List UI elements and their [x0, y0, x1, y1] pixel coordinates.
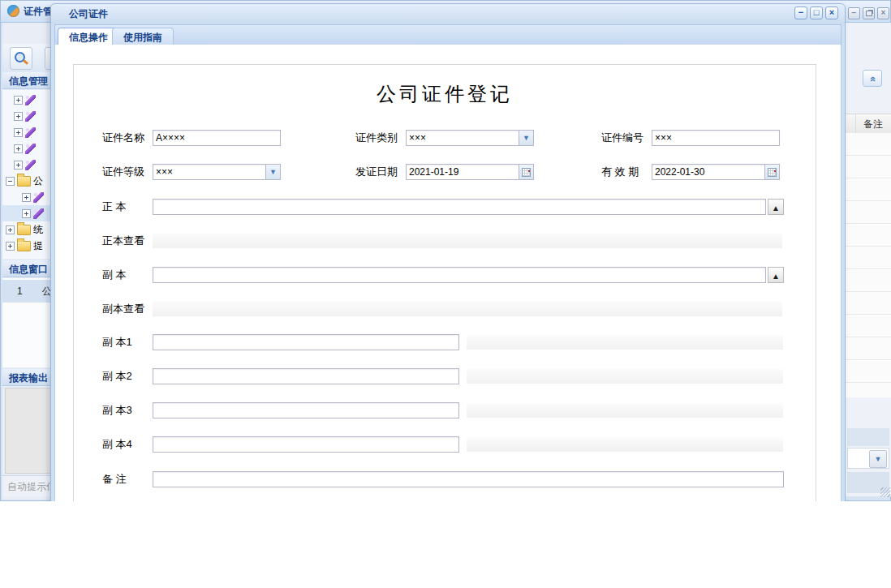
original-upload-button[interactable]: ▲: [768, 199, 784, 215]
calendar-icon: [768, 168, 777, 177]
form-row-original-view: 正本查看: [74, 233, 816, 249]
collapse-icon: «: [866, 76, 880, 82]
row-index: 1: [17, 285, 23, 297]
expand-icon[interactable]: [14, 144, 23, 153]
form-row-original: 正 本 ▲: [74, 199, 816, 215]
chevron-down-icon: ▼: [875, 451, 882, 467]
cert-type-input[interactable]: [406, 130, 534, 146]
form-row-duplicate-view: 副本查看: [74, 301, 816, 317]
tool-icon: [25, 127, 36, 138]
tool-icon: [25, 144, 36, 154]
cert-no-input[interactable]: [652, 130, 780, 146]
tool-icon: [25, 160, 36, 170]
upload-arrow-icon: ▲: [772, 272, 780, 281]
window-close-button[interactable]: ×: [877, 7, 889, 19]
grid-column-header-remark[interactable]: 备注: [846, 114, 891, 135]
copy1-input[interactable]: [153, 334, 459, 350]
copy4-view-area: [467, 437, 783, 452]
calendar-icon: [522, 168, 531, 177]
background-combo-field: ▼: [847, 448, 889, 469]
copy1-field: [153, 334, 459, 350]
cert-level-dropdown-button[interactable]: ▼: [265, 165, 280, 179]
form-row-duplicate: 副 本 ▲: [74, 267, 816, 283]
copy4-label: 副 本4: [102, 436, 132, 453]
cert-level-field: ▼: [153, 164, 281, 180]
main-window-title: 证件管: [24, 5, 53, 19]
tool-icon: [33, 208, 44, 219]
copy3-label: 副 本3: [102, 402, 132, 418]
form-row-copy2: 副 本2: [74, 368, 816, 384]
search-button[interactable]: [10, 47, 32, 70]
copy3-input[interactable]: [153, 402, 459, 418]
window-minimize-button[interactable]: −: [848, 7, 860, 19]
cert-level-label: 证件等级: [102, 164, 144, 180]
restore-icon: [866, 11, 872, 16]
cert-registration-form: 公司证件登记 证件名称 证件类别 ▼ 证件编号: [73, 64, 816, 501]
cert-type-field: ▼: [406, 130, 534, 146]
dialog-body: 公司证件登记 证件名称 证件类别 ▼ 证件编号: [54, 45, 842, 501]
resize-grip[interactable]: [880, 487, 890, 497]
remark-input[interactable]: [153, 471, 784, 487]
duplicate-input[interactable]: [153, 267, 766, 283]
expand-icon[interactable]: [14, 112, 23, 121]
tool-icon: [25, 95, 36, 105]
collapse-panel-button[interactable]: «: [863, 70, 882, 87]
form-title: 公司证件登记: [74, 81, 816, 107]
folder-icon: [17, 225, 31, 235]
app-logo-icon: [7, 5, 19, 17]
expand-icon[interactable]: [6, 242, 15, 251]
expand-icon[interactable]: [14, 128, 23, 137]
issue-date-input[interactable]: [406, 164, 534, 180]
tab-user-guide[interactable]: 使用指南: [112, 28, 174, 46]
copy4-input[interactable]: [153, 436, 459, 453]
content-right-panel: « 备注 ▼: [845, 23, 891, 496]
dialog-titlebar[interactable]: 公司证件 − □ ×: [51, 4, 845, 24]
duplicate-upload-button[interactable]: ▲: [768, 267, 784, 283]
window-restore-button[interactable]: [863, 7, 875, 19]
dialog-minimize-button[interactable]: −: [794, 6, 807, 19]
expand-icon[interactable]: [22, 193, 31, 202]
chevron-down-button[interactable]: ▼: [869, 450, 887, 468]
expand-icon[interactable]: [6, 225, 15, 234]
cert-no-field: [652, 130, 780, 146]
remark-field: [153, 471, 784, 487]
issue-date-label: 发证日期: [355, 164, 398, 180]
cert-level-input[interactable]: [153, 164, 281, 180]
collapse-node-icon[interactable]: [6, 177, 15, 186]
original-field: [153, 199, 766, 215]
application: 证件管 − × 信息管理: [0, 0, 891, 501]
dialog-maximize-button[interactable]: □: [810, 6, 823, 19]
original-input[interactable]: [153, 199, 766, 215]
cert-type-label: 证件类别: [355, 130, 398, 146]
upload-arrow-icon: ▲: [772, 204, 780, 212]
valid-until-input[interactable]: [652, 164, 780, 180]
folder-open-icon: [17, 176, 31, 187]
copy1-label: 副 本1: [102, 334, 132, 350]
issue-date-field: [406, 164, 534, 180]
expand-icon[interactable]: [14, 161, 23, 170]
cert-name-input[interactable]: [153, 130, 281, 146]
cert-no-label: 证件编号: [601, 130, 644, 146]
form-row-copy1: 副 本1: [74, 334, 816, 350]
grid-body: [846, 133, 891, 397]
duplicate-view-area: [153, 302, 782, 316]
copy2-field: [153, 368, 459, 384]
issue-date-picker-button[interactable]: [519, 165, 533, 179]
duplicate-label: 副 本: [102, 267, 127, 283]
copy3-view-area: [467, 403, 783, 418]
form-row-copy3: 副 本3: [74, 402, 816, 418]
expand-icon[interactable]: [22, 209, 31, 218]
cert-name-label: 证件名称: [102, 130, 144, 146]
copy4-field: [153, 436, 459, 453]
dialog-close-button[interactable]: ×: [825, 6, 838, 19]
valid-until-field: [652, 164, 780, 180]
cert-type-dropdown-button[interactable]: ▼: [519, 131, 533, 145]
chevron-down-icon: ▼: [523, 135, 530, 142]
valid-until-picker-button[interactable]: [764, 165, 779, 179]
original-view-area: [153, 234, 782, 248]
cert-name-field: [153, 130, 281, 146]
form-row-1: 证件名称 证件类别 ▼ 证件编号: [74, 130, 816, 146]
expand-icon[interactable]: [14, 96, 23, 105]
copy2-input[interactable]: [153, 368, 459, 384]
duplicate-field: [153, 267, 766, 283]
